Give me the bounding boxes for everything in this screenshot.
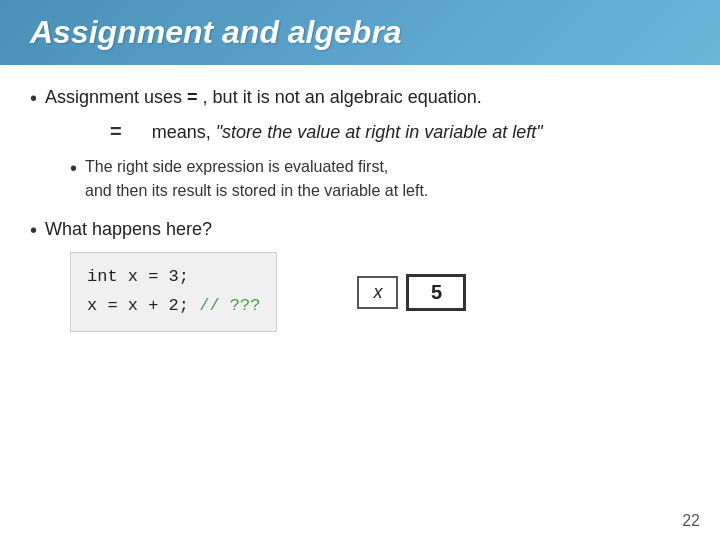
bullet-symbol-1: • bbox=[30, 87, 37, 110]
bullet-2: • What happens here? bbox=[30, 217, 690, 242]
code-line-1: int x = 3; bbox=[87, 263, 260, 292]
equals-symbol: = bbox=[110, 120, 122, 143]
quote-text: "store the value at right in variable at… bbox=[216, 122, 543, 142]
sub-bullet-inner: • The right side expression is evaluated… bbox=[70, 155, 690, 203]
sub-bullet-text: The right side expression is evaluated f… bbox=[85, 155, 428, 203]
bullet-1-text: Assignment uses = , but it is not an alg… bbox=[45, 85, 482, 110]
slide-content: • Assignment uses = , but it is not an a… bbox=[0, 65, 720, 342]
header-bar: Assignment and algebra bbox=[0, 0, 720, 65]
slide-title: Assignment and algebra bbox=[30, 14, 402, 50]
variable-value: 5 bbox=[406, 274, 466, 311]
variable-label: x bbox=[357, 276, 398, 309]
means-text: means, "store the value at right in vari… bbox=[152, 122, 543, 143]
sub-bullet-symbol: • bbox=[70, 157, 77, 180]
bullet-2-text: What happens here? bbox=[45, 217, 212, 242]
equals-row: = means, "store the value at right in va… bbox=[110, 120, 690, 143]
page-number: 22 bbox=[682, 512, 700, 530]
code-block: int x = 3; x = x + 2; // ??? bbox=[70, 252, 277, 332]
code-comment: // ??? bbox=[199, 296, 260, 315]
sub-bullet-1: • The right side expression is evaluated… bbox=[70, 155, 690, 203]
bullet-symbol-2: • bbox=[30, 219, 37, 242]
bullet-1: • Assignment uses = , but it is not an a… bbox=[30, 85, 690, 110]
code-and-box: int x = 3; x = x + 2; // ??? x 5 bbox=[30, 252, 690, 332]
code-line-2: x = x + 2; // ??? bbox=[87, 292, 260, 321]
variable-display: x 5 bbox=[357, 274, 466, 311]
